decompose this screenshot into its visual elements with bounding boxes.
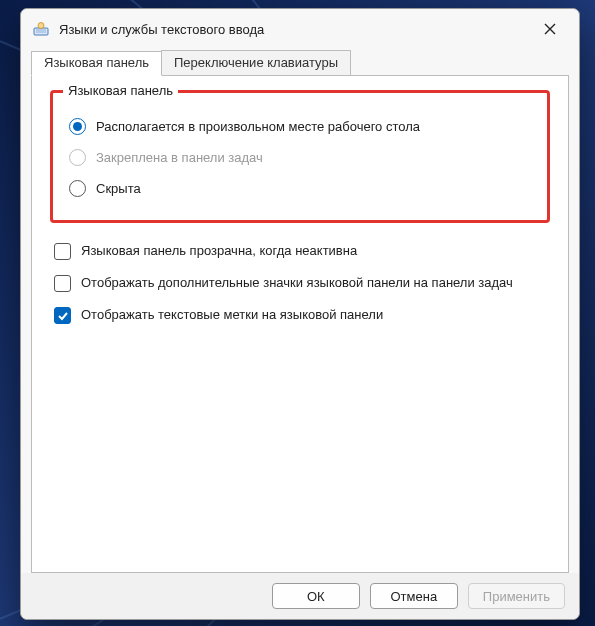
radio-floating-label: Располагается в произвольном месте рабоч… [96,119,420,134]
dialog-window: Языки и службы текстового ввода Языковая… [20,8,580,620]
group-legend: Языковая панель [63,83,178,98]
cancel-button[interactable]: Отмена [370,583,458,609]
tab-panel-content: Языковая панель Располагается в произвол… [31,75,569,573]
radio-row-taskbar: Закреплена в панели задач [65,142,535,173]
check-row-extra-icons[interactable]: Отображать дополнительные значки языково… [52,269,550,297]
svg-rect-0 [34,28,48,35]
radio-hidden-label: Скрыта [96,181,141,196]
dialog-buttons: ОК Отмена Применить [21,573,579,619]
app-icon [31,19,51,39]
checkbox-transparent-label: Языковая панель прозрачна, когда неактив… [81,242,357,260]
checkbox-text-labels-label: Отображать текстовые метки на языковой п… [81,306,383,324]
apply-button[interactable]: Применить [468,583,565,609]
tab-language-panel[interactable]: Языковая панель [31,51,162,76]
radio-taskbar-label: Закреплена в панели задач [96,150,263,165]
close-button[interactable] [529,14,571,44]
checkbox-extra-icons[interactable] [54,275,71,292]
checkbox-text-labels[interactable] [54,307,71,324]
titlebar: Языки и службы текстового ввода [21,9,579,49]
radio-taskbar [69,149,86,166]
tab-strip: Языковая панель Переключение клавиатуры [21,49,579,75]
checkbox-transparent[interactable] [54,243,71,260]
group-language-bar: Языковая панель Располагается в произвол… [50,90,550,223]
tab-keyboard-switch[interactable]: Переключение клавиатуры [161,50,351,75]
ok-button[interactable]: ОК [272,583,360,609]
check-row-transparent[interactable]: Языковая панель прозрачна, когда неактив… [52,237,550,265]
radio-floating[interactable] [69,118,86,135]
window-title: Языки и службы текстового ввода [59,22,529,37]
checkbox-extra-icons-label: Отображать дополнительные значки языково… [81,274,513,292]
radio-hidden[interactable] [69,180,86,197]
check-row-text-labels[interactable]: Отображать текстовые метки на языковой п… [52,301,550,329]
radio-row-hidden[interactable]: Скрыта [65,173,535,204]
radio-row-floating[interactable]: Располагается в произвольном месте рабоч… [65,111,535,142]
svg-point-1 [38,23,44,29]
